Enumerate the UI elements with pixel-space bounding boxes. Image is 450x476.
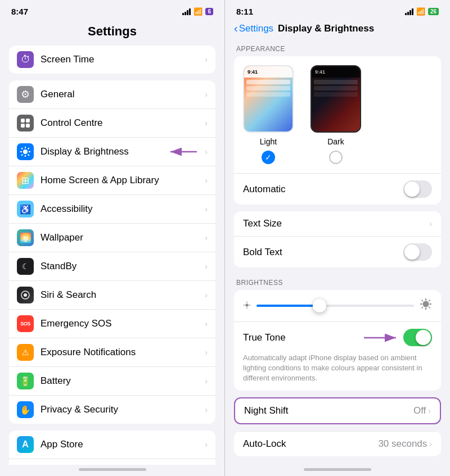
automatic-toggle-row: Automatic — [234, 173, 441, 205]
right-page-title: Display & Brightness — [278, 23, 374, 34]
chevron-icon: › — [428, 406, 431, 415]
automatic-label: Automatic — [243, 184, 286, 195]
home-screen-label: Home Screen & App Library — [40, 175, 205, 186]
wallpaper-icon: 🌅 — [17, 229, 34, 246]
svg-point-17 — [245, 303, 249, 307]
settings-item-app-store[interactable]: A App Store › — [9, 430, 215, 459]
svg-line-9 — [21, 148, 22, 149]
bold-text-toggle[interactable] — [403, 243, 432, 261]
chevron-icon: › — [205, 119, 208, 128]
accessibility-icon: ♿ — [17, 201, 34, 217]
settings-item-accessibility[interactable]: ♿ Accessibility › — [9, 195, 215, 224]
brightness-slider-row — [234, 290, 441, 321]
privacy-icon: ✋ — [17, 401, 34, 418]
left-home-bar — [0, 465, 224, 476]
brightness-header: BRIGHTNESS — [234, 274, 441, 290]
brightness-low-icon — [243, 301, 251, 311]
right-content: APPEARANCE 9:41 Ligh — [225, 40, 450, 465]
svg-line-27 — [422, 300, 423, 301]
battery-icon: 🔋 — [17, 373, 34, 389]
signal-bar-1 — [405, 13, 407, 15]
purple-arrow-left — [166, 145, 200, 158]
svg-rect-2 — [21, 124, 25, 128]
signal-bar-3 — [410, 10, 411, 15]
phone-dark-content — [312, 78, 360, 99]
brightness-track[interactable] — [256, 305, 414, 307]
settings-item-display-brightness[interactable]: Display & Brightness › — [9, 138, 215, 166]
purple-arrow-right — [361, 331, 400, 344]
phone-top-bar: 9:41 — [244, 66, 292, 78]
back-button[interactable]: ‹ Settings — [234, 22, 273, 35]
settings-item-general[interactable]: ⚙ General › — [9, 80, 215, 109]
auto-lock-row[interactable]: Auto-Lock 30 seconds › — [234, 431, 441, 456]
automatic-toggle[interactable] — [403, 180, 432, 198]
light-check-selected[interactable]: ✓ — [262, 151, 275, 164]
svg-line-12 — [21, 155, 22, 156]
settings-group-3: A App Store › 💳 Wallet › — [9, 430, 215, 465]
phone-line — [314, 86, 358, 90]
light-theme-option[interactable]: 9:41 Light ✓ — [243, 65, 294, 164]
auto-lock-card: Auto-Lock 30 seconds › — [234, 431, 441, 456]
settings-item-home-screen[interactable]: ⊞ Home Screen & App Library › — [9, 166, 215, 195]
exposure-label: Exposure Notifications — [40, 347, 205, 358]
appearance-card: 9:41 Light ✓ 9:41 — [234, 56, 441, 205]
settings-item-battery[interactable]: 🔋 Battery › — [9, 367, 215, 396]
right-panel: 8:11 📶 26 ‹ Settings Display & Brightnes… — [225, 0, 450, 476]
theme-selection-row: 9:41 Light ✓ 9:41 — [234, 56, 441, 173]
chevron-icon: › — [205, 205, 208, 214]
control-centre-icon — [17, 115, 34, 132]
settings-item-exposure[interactable]: ⚠ Exposure Notifications › — [9, 338, 215, 367]
settings-item-privacy[interactable]: ✋ Privacy & Security › — [9, 396, 215, 424]
phone-line — [314, 80, 358, 84]
accessibility-label: Accessibility — [40, 203, 205, 215]
control-centre-label: Control Centre — [40, 117, 205, 129]
settings-item-wallpaper[interactable]: 🌅 Wallpaper › — [9, 224, 215, 252]
night-shift-card: Night Shift Off › — [234, 397, 441, 424]
wifi-icon: 📶 — [194, 7, 202, 16]
app-store-label: App Store — [40, 439, 205, 450]
signal-bars — [182, 8, 191, 15]
true-tone-description: Automatically adapt iPhone display based… — [234, 353, 441, 391]
signal-bar-1 — [182, 13, 184, 15]
svg-line-29 — [429, 300, 430, 301]
chevron-icon: › — [429, 439, 432, 448]
true-tone-toggle[interactable] — [403, 329, 432, 346]
auto-lock-right: 30 seconds › — [378, 438, 432, 450]
chevron-icon: › — [205, 291, 208, 300]
text-size-row[interactable]: Text Size › — [234, 211, 441, 237]
right-battery-badge: 26 — [428, 8, 439, 15]
standby-label: StandBy — [40, 261, 205, 272]
display-brightness-icon — [17, 143, 34, 160]
brightness-thumb — [313, 299, 326, 312]
right-nav-bar: ‹ Settings Display & Brightness — [225, 20, 450, 40]
night-shift-row[interactable]: Night Shift Off › — [235, 398, 440, 423]
home-bar-line — [79, 468, 146, 471]
text-size-right: › — [429, 219, 432, 228]
settings-item-standby[interactable]: ☾ StandBy › — [9, 252, 215, 281]
dark-check-unselected[interactable] — [329, 151, 343, 164]
dark-theme-option[interactable]: 9:41 Dark — [310, 65, 361, 164]
left-status-icons: 📶 6 — [182, 7, 213, 16]
settings-item-screen-time[interactable]: ⏱ Screen Time › — [9, 46, 215, 74]
chevron-icon: › — [429, 219, 432, 228]
brightness-card: True Tone Automatically adapt iPhone dis… — [234, 290, 441, 391]
svg-rect-3 — [26, 124, 30, 128]
svg-point-16 — [24, 293, 27, 297]
right-status-bar: 8:11 📶 26 — [225, 0, 450, 20]
wallpaper-label: Wallpaper — [40, 232, 205, 243]
back-chevron-icon: ‹ — [234, 22, 238, 35]
chevron-icon: › — [205, 319, 208, 328]
left-panel: 8:47 📶 6 Settings ⏱ Screen Time › — [0, 0, 225, 476]
settings-item-wallet[interactable]: 💳 Wallet › — [9, 459, 215, 465]
settings-item-emergency-sos[interactable]: SOS Emergency SOS › — [9, 310, 215, 338]
settings-item-siri-search[interactable]: Siri & Search › — [9, 281, 215, 310]
phone-top-bar-dark: 9:41 — [312, 66, 360, 78]
true-tone-label: True Tone — [243, 332, 286, 343]
settings-item-control-centre[interactable]: Control Centre › — [9, 109, 215, 138]
chevron-icon: › — [205, 262, 208, 271]
right-signal-bars — [405, 8, 413, 15]
settings-list: ⏱ Screen Time › ⚙ General › — [0, 46, 224, 465]
screen-time-icon: ⏱ — [17, 51, 34, 68]
bold-text-row[interactable]: Bold Text — [234, 237, 441, 268]
phone-line — [246, 86, 290, 90]
